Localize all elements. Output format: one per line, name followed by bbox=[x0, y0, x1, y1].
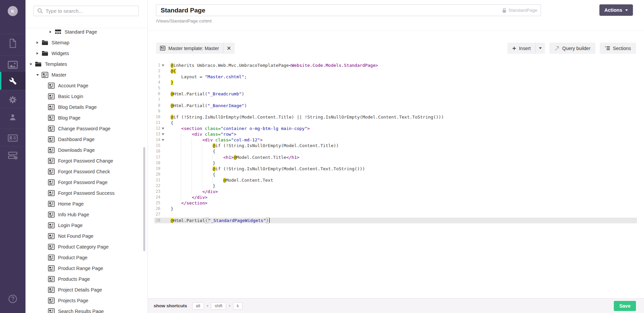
tree-item-templates[interactable]: Templates bbox=[25, 59, 148, 70]
tree-item-forgot-password-page[interactable]: Forgot Password Page bbox=[25, 177, 148, 188]
code-line-18[interactable]: 18 } bbox=[154, 160, 637, 166]
sidebar-section-document[interactable] bbox=[0, 34, 25, 52]
tree-item-product-range-page[interactable]: Product Range Page bbox=[25, 263, 148, 274]
code-line-12[interactable]: 12 <section class="container o-mg-btm-lg… bbox=[154, 126, 637, 131]
sidebar-section-forms[interactable] bbox=[0, 146, 25, 164]
tree-item-not-found-page[interactable]: Not Found Page bbox=[25, 231, 148, 241]
tree-item-info-hub-page[interactable]: Info Hub Page bbox=[25, 209, 148, 220]
code-editor[interactable]: 1@inherits Umbraco.Web.Mvc.UmbracoTempla… bbox=[154, 62, 637, 223]
close-icon[interactable] bbox=[223, 43, 235, 54]
code-line-15[interactable]: 15 @if (!String.IsNullOrEmpty(Model.Cont… bbox=[154, 143, 637, 148]
code-line-2[interactable]: 2@{ bbox=[154, 68, 637, 74]
tree-item-blog-details-page[interactable]: Blog Details Page bbox=[25, 102, 148, 113]
code-line-23[interactable]: 23 </div> bbox=[154, 189, 637, 194]
tree-item-label: Product Page bbox=[58, 255, 88, 260]
search-input[interactable] bbox=[46, 8, 139, 14]
code-line-27[interactable]: 27 bbox=[154, 212, 637, 217]
tree-item-product-page[interactable]: Product Page bbox=[25, 252, 148, 263]
code-line-17[interactable]: 17 <h1>@Model.Content.Title</h1> bbox=[154, 154, 637, 160]
tree-item-change-password-page[interactable]: Change Password Page bbox=[25, 123, 148, 134]
tree-item-label: Change Password Page bbox=[58, 126, 110, 131]
code-line-19[interactable]: 19 @if (!String.IsNullOrEmpty(Model.Cont… bbox=[154, 166, 637, 172]
fold-caret-icon[interactable] bbox=[160, 126, 166, 131]
code-line-1[interactable]: 1@inherits Umbraco.Web.Mvc.UmbracoTempla… bbox=[154, 62, 637, 68]
sections-button[interactable]: Sections bbox=[600, 43, 636, 54]
tree-item-projects-page[interactable]: Projects Page bbox=[25, 295, 148, 306]
code-line-7[interactable]: 7 bbox=[154, 97, 637, 103]
code-line-9[interactable]: 9 bbox=[154, 108, 637, 114]
code-line-10[interactable]: 10@if (!String.IsNullOrEmpty(Model.Conte… bbox=[154, 114, 637, 120]
tree-caret-right-icon[interactable] bbox=[36, 52, 39, 55]
tree-caret-down-icon[interactable] bbox=[29, 63, 33, 65]
code-line-8[interactable]: 8@Html.Partial("_BannerImage") bbox=[154, 103, 637, 108]
avatar[interactable]: K bbox=[8, 6, 18, 16]
fold-spacer bbox=[160, 74, 166, 80]
code-line-21[interactable]: 21 @Model.Content.Text bbox=[154, 177, 637, 183]
fold-caret-icon[interactable] bbox=[160, 131, 166, 137]
tree-item-basic-login[interactable]: Basic Login bbox=[25, 91, 148, 102]
save-button[interactable]: Save bbox=[614, 301, 636, 311]
insert-button[interactable]: Insert bbox=[507, 43, 535, 54]
tree-item-dashboard-page[interactable]: Dashboard Page bbox=[25, 134, 148, 145]
code-line-3[interactable]: 3 Layout = "Master.cshtml"; bbox=[154, 74, 637, 80]
tree-scrollbar-thumb[interactable] bbox=[143, 147, 145, 251]
tree-item-standard-page[interactable]: Standard Page bbox=[25, 28, 148, 37]
tree-item-home-page[interactable]: Home Page bbox=[25, 198, 148, 209]
tree-item-forgot-password-change[interactable]: Forgot Password Change bbox=[25, 155, 148, 166]
sidebar-section-media[interactable] bbox=[0, 55, 25, 74]
tree-caret-right-icon[interactable] bbox=[36, 41, 39, 44]
code-text: @Html.Partial("_Breadcrumb") bbox=[171, 91, 244, 97]
tree-item-products-page[interactable]: Products Page bbox=[25, 274, 148, 284]
tree-item-account-page[interactable]: Account Page bbox=[25, 80, 148, 91]
code-line-26[interactable]: 26} bbox=[154, 206, 637, 212]
tree-item-downloads-page[interactable]: Downloads Page bbox=[25, 145, 148, 155]
code-line-6[interactable]: 6@Html.Partial("_Breadcrumb") bbox=[154, 91, 637, 97]
tree-item-sitemap[interactable]: Sitemap bbox=[25, 37, 148, 48]
fold-caret-icon[interactable] bbox=[160, 137, 166, 143]
tree-item-blog-page[interactable]: Blog Page bbox=[25, 113, 148, 123]
master-template-chip[interactable]: Master template: Master bbox=[156, 43, 235, 54]
header-divider bbox=[148, 31, 644, 31]
line-number: 21 bbox=[154, 177, 160, 183]
query-builder-button[interactable]: Query builder bbox=[549, 43, 595, 54]
code-line-13[interactable]: 13 <div class="row"> bbox=[154, 131, 637, 137]
code-line-4[interactable]: 4} bbox=[154, 80, 637, 85]
code-line-28[interactable]: 28@Html.Partial("_StandardPageWidgets") bbox=[154, 218, 637, 223]
sidebar-section-wrench[interactable] bbox=[0, 72, 25, 90]
tree-item-login-page[interactable]: Login Page bbox=[25, 220, 148, 231]
line-number: 9 bbox=[154, 108, 160, 114]
code-line-24[interactable]: 24 </div> bbox=[154, 194, 637, 200]
sidebar-section-id-card[interactable] bbox=[0, 129, 25, 147]
code-line-25[interactable]: 25 </section> bbox=[154, 200, 637, 206]
tree-item-label: Widgets bbox=[52, 51, 69, 56]
tree-item-forgot-password-success[interactable]: Forgot Password Success bbox=[25, 188, 148, 198]
tree-item-product-category-page[interactable]: Product Category Page bbox=[25, 241, 148, 252]
fold-spacer bbox=[160, 68, 166, 74]
insert-dropdown-caret[interactable] bbox=[536, 43, 545, 54]
code-text: <h1>@Model.Content.Title</h1> bbox=[171, 154, 300, 160]
fold-spacer bbox=[160, 166, 166, 172]
sidebar-section-user[interactable] bbox=[0, 108, 25, 126]
tree-item-master[interactable]: Master bbox=[25, 70, 148, 80]
code-line-20[interactable]: 20 { bbox=[154, 172, 637, 177]
template-icon bbox=[42, 72, 48, 78]
template-name-field[interactable]: Standard Page StandardPage bbox=[156, 4, 541, 16]
help-icon[interactable] bbox=[8, 295, 17, 305]
code-line-14[interactable]: 14 <div class="col-md-12"> bbox=[154, 137, 637, 143]
code-line-16[interactable]: 16 { bbox=[154, 148, 637, 154]
tree-item-search-results-page[interactable]: Search Results Page bbox=[25, 306, 148, 313]
tree-caret-right-icon[interactable] bbox=[49, 31, 52, 33]
fold-spacer bbox=[160, 172, 166, 177]
actions-button[interactable]: Actions bbox=[599, 4, 633, 16]
search-box[interactable] bbox=[34, 6, 139, 16]
tree-item-widgets[interactable]: Widgets bbox=[25, 48, 148, 59]
sidebar-section-gear[interactable] bbox=[0, 90, 25, 108]
tree-caret-down-icon[interactable] bbox=[36, 74, 39, 76]
code-line-5[interactable]: 5 bbox=[154, 85, 637, 91]
folder-icon bbox=[35, 61, 42, 67]
code-line-11[interactable]: 11{ bbox=[154, 120, 637, 126]
tree-item-forgot-password-check[interactable]: Forgot Password Check bbox=[25, 166, 148, 177]
tree-item-project-details-page[interactable]: Project Details Page bbox=[25, 284, 148, 295]
fold-caret-icon[interactable] bbox=[160, 62, 166, 68]
code-line-22[interactable]: 22 } bbox=[154, 183, 637, 189]
